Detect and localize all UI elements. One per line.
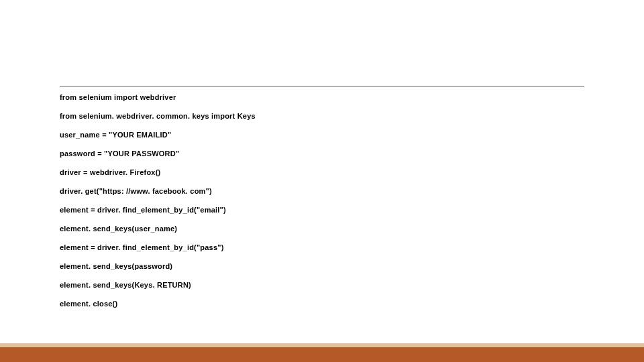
- code-line: element. send_keys(user_name): [60, 225, 584, 233]
- code-line: element = driver. find_element_by_id("pa…: [60, 244, 584, 251]
- code-line: driver. get("https: //www. facebook. com…: [60, 188, 584, 195]
- code-block: from selenium import webdriver from sele…: [60, 94, 584, 319]
- code-line: user_name = "YOUR EMAILID": [60, 131, 584, 139]
- code-line: driver = webdriver. Firefox(): [60, 169, 584, 176]
- footer-accent-dark: [0, 347, 644, 362]
- title-divider: [60, 86, 584, 86]
- code-line: element. send_keys(password): [60, 263, 584, 270]
- code-line: element = driver. find_element_by_id("em…: [60, 206, 584, 214]
- code-line: element. send_keys(Keys. RETURN): [60, 282, 584, 289]
- code-line: from selenium. webdriver. common. keys i…: [60, 113, 584, 120]
- slide: from selenium import webdriver from sele…: [0, 0, 644, 362]
- code-line: password = "YOUR PASSWORD": [60, 150, 584, 158]
- code-line: element. close(): [60, 300, 584, 308]
- code-line: from selenium import webdriver: [60, 94, 584, 101]
